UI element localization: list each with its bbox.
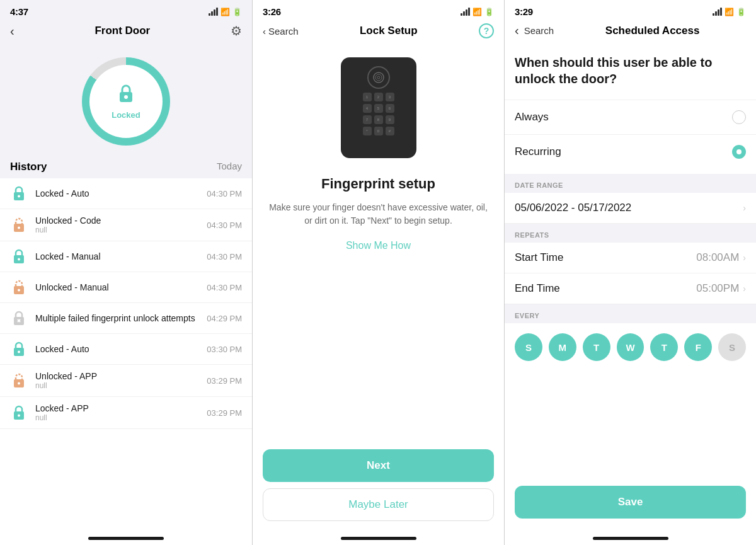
day-monday[interactable]: M	[549, 333, 576, 361]
fingerprint-sensor-image	[367, 66, 390, 89]
history-list: Locked - Auto 04:30 PM Unlocked - Code n…	[0, 178, 252, 531]
history-item[interactable]: Multiple failed fingerprint unlock attem…	[0, 303, 252, 334]
unlocked-manual-icon	[10, 278, 28, 296]
lock-status-label: Locked	[112, 110, 140, 120]
home-bar-2	[253, 531, 504, 545]
back-button-3[interactable]: ‹	[515, 23, 519, 38]
signal-icon-3	[713, 8, 722, 16]
history-event: Unlocked - APP	[35, 371, 199, 381]
status-bar-2: 3:26 📶 🔋	[253, 0, 504, 20]
failed-fp-icon	[10, 309, 28, 327]
status-icons-2: 📶 🔋	[461, 8, 494, 16]
history-item[interactable]: Unlocked - Code null 04:30 PM	[0, 209, 252, 241]
nav-bar-1: ‹ Front Door ⚙	[0, 20, 252, 45]
svg-point-3	[18, 195, 20, 198]
history-date: Today	[217, 161, 242, 173]
recurring-option[interactable]: Recurring	[505, 134, 756, 169]
radio-dot	[736, 149, 742, 154]
end-time-chevron-icon: ›	[743, 284, 746, 294]
save-button[interactable]: Save	[515, 486, 746, 519]
history-event: Unlocked - Code	[35, 215, 199, 226]
status-time-1: 4:37	[10, 6, 28, 17]
history-item-content: Multiple failed fingerprint unlock attem…	[35, 313, 199, 323]
date-range-row[interactable]: 05/06/2022 - 05/17/2022 ›	[505, 193, 756, 224]
home-indicator-2	[341, 537, 416, 540]
nav-bar-2: ‹ Search Lock Setup ?	[253, 20, 504, 45]
history-title: History	[10, 161, 47, 173]
battery-icon-3: 🔋	[736, 8, 746, 16]
nav-bar-3: ‹ Search Scheduled Access	[505, 20, 756, 44]
page-title-3: Scheduled Access	[559, 25, 746, 37]
battery-icon-1: 🔋	[232, 8, 242, 16]
day-thursday[interactable]: T	[650, 333, 678, 361]
panel-lock-setup: 3:26 📶 🔋 ‹ Search Lock Setup ?	[252, 0, 504, 545]
history-item[interactable]: Unlocked - Manual 04:30 PM	[0, 272, 252, 303]
svg-point-1	[124, 95, 128, 99]
back-chevron-icon-2: ‹	[263, 26, 266, 37]
status-time-2: 3:26	[263, 6, 281, 17]
always-option[interactable]: Always	[505, 100, 756, 134]
back-button-1[interactable]: ‹	[10, 24, 14, 38]
svg-point-14	[18, 351, 20, 353]
svg-point-20	[375, 74, 382, 81]
question-text: When should this user be able to unlock …	[515, 54, 746, 87]
svg-point-9	[18, 289, 20, 292]
date-range-label: DATE RANGE	[515, 181, 563, 189]
history-item-content: Locked - Auto	[35, 188, 199, 198]
end-time-value-container: 05:00PM ›	[696, 282, 746, 295]
history-header: History Today	[0, 156, 252, 178]
history-time: 04:30 PM	[207, 252, 242, 261]
end-time-label: End Time	[515, 282, 560, 295]
back-search-button-2[interactable]: ‹ Search	[263, 26, 299, 37]
lock-status-circle[interactable]: Locked	[0, 45, 252, 156]
next-button[interactable]: Next	[263, 449, 494, 482]
key-0: 0	[374, 127, 383, 135]
locked-auto-2-icon	[10, 340, 28, 358]
battery-icon-2: 🔋	[484, 8, 494, 16]
key-1: 1	[363, 93, 372, 101]
help-button-2[interactable]: ?	[479, 23, 494, 38]
history-item[interactable]: Unlocked - APP null 03:29 PM	[0, 365, 252, 397]
history-item[interactable]: Locked - Manual 04:30 PM	[0, 241, 252, 272]
day-wednesday[interactable]: W	[617, 333, 644, 361]
key-star: *	[363, 127, 372, 135]
day-tuesday[interactable]: T	[583, 333, 610, 361]
setup-description: Make sure your finger doesn't have exces…	[268, 201, 489, 227]
panel-front-door: 4:37 📶 🔋 ‹ Front Door ⚙	[0, 0, 252, 545]
every-label: EVERY	[515, 312, 539, 319]
key-8: 8	[374, 115, 383, 124]
repeats-section-header: REPEATS	[505, 224, 756, 243]
lock-ring-outer: Locked	[82, 57, 170, 146]
day-saturday[interactable]: S	[718, 333, 746, 361]
locked-app-icon	[10, 404, 28, 422]
maybe-later-button[interactable]: Maybe Later	[263, 488, 494, 521]
settings-icon-1[interactable]: ⚙	[231, 23, 242, 38]
back-text-2: Search	[268, 26, 299, 37]
day-sunday[interactable]: S	[515, 333, 542, 361]
end-time-value: 05:00PM	[696, 282, 739, 295]
home-bar-1	[0, 531, 252, 545]
key-hash: #	[386, 127, 394, 135]
show-me-how-link[interactable]: Show Me How	[346, 240, 411, 251]
setup-content: 1 2 3 4 5 6 7 8 9 * 0 # Fingerprint setu…	[253, 45, 504, 439]
history-item[interactable]: Locked - APP null 03:29 PM	[0, 397, 252, 429]
access-options: Always Recurring	[505, 100, 756, 169]
status-icons-3: 📶 🔋	[713, 8, 746, 16]
day-friday[interactable]: F	[684, 333, 712, 361]
key-7: 7	[363, 115, 372, 124]
status-bar-1: 4:37 📶 🔋	[0, 0, 252, 20]
wifi-icon-2: 📶	[472, 8, 482, 16]
page-title-2: Lock Setup	[360, 25, 418, 37]
start-time-chevron-icon: ›	[743, 253, 746, 263]
history-item[interactable]: Locked - Auto 04:30 PM	[0, 178, 252, 209]
history-sub: null	[35, 381, 199, 390]
recurring-radio	[732, 145, 746, 159]
lock-device-image: 1 2 3 4 5 6 7 8 9 * 0 #	[341, 57, 416, 158]
start-time-row[interactable]: Start Time 08:00AM ›	[505, 243, 756, 273]
status-time-3: 3:29	[515, 6, 533, 17]
back-search-label-3: Search	[524, 25, 554, 36]
end-time-row[interactable]: End Time 05:00PM ›	[505, 273, 756, 304]
history-item[interactable]: Locked - Auto 03:30 PM	[0, 334, 252, 365]
signal-icon-1	[209, 8, 218, 16]
date-range-value: 05/06/2022 - 05/17/2022	[515, 202, 631, 214]
